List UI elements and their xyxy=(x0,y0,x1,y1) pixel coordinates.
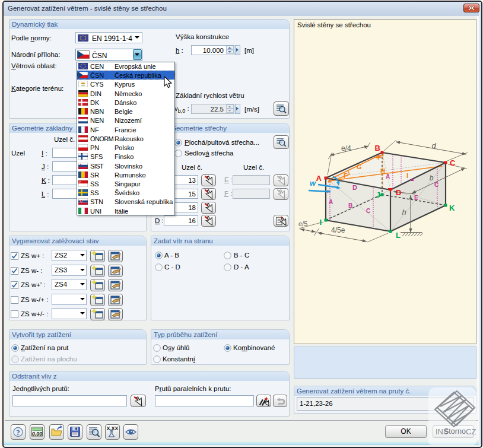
svg-text:F: F xyxy=(344,172,348,179)
svg-text:C: C xyxy=(366,208,370,214)
svg-text:?: ? xyxy=(16,428,20,437)
svg-text:w: w xyxy=(310,179,316,188)
svg-text:0.00: 0.00 xyxy=(32,431,43,437)
svg-text:J: J xyxy=(376,190,380,199)
svg-text:4/5e: 4/5e xyxy=(331,226,345,234)
svg-text:C: C xyxy=(434,182,438,188)
svg-text:K: K xyxy=(449,204,455,212)
svg-text:h: h xyxy=(402,208,406,217)
svg-text:F: F xyxy=(377,154,382,161)
svg-text:B: B xyxy=(375,144,380,152)
svg-text:A: A xyxy=(386,173,390,180)
svg-text:H: H xyxy=(380,167,385,174)
svg-text:A: A xyxy=(316,174,322,183)
svg-text:E: E xyxy=(414,195,418,201)
svg-text:L: L xyxy=(396,231,401,240)
svg-text:e/4: e/4 xyxy=(341,144,351,152)
svg-text:b: b xyxy=(430,174,434,182)
svg-text:G: G xyxy=(357,163,362,170)
svg-text:e/5: e/5 xyxy=(298,220,307,227)
svg-text:C: C xyxy=(450,158,456,167)
svg-text:D: D xyxy=(352,184,357,191)
svg-text:d: d xyxy=(431,141,436,150)
svg-text:I: I xyxy=(406,172,408,179)
svg-text:A: A xyxy=(329,199,333,205)
svg-text:I: I xyxy=(319,218,322,227)
svg-text:D: D xyxy=(396,188,401,197)
svg-text:B: B xyxy=(348,202,352,209)
